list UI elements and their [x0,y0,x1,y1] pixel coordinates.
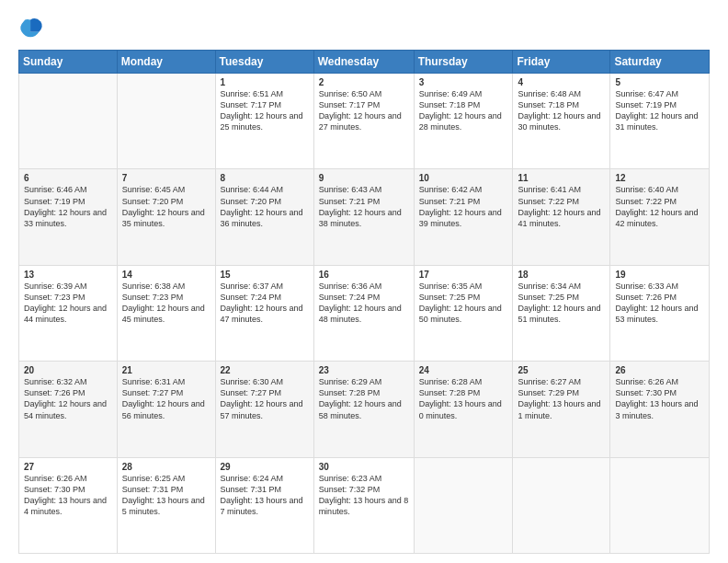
calendar-cell: 3Sunrise: 6:49 AMSunset: 7:18 PMDaylight… [414,74,513,169]
calendar-cell: 7Sunrise: 6:45 AMSunset: 7:20 PMDaylight… [117,169,215,265]
day-info: Sunrise: 6:24 AMSunset: 7:31 PMDaylight:… [221,473,309,518]
calendar-cell: 26Sunrise: 6:26 AMSunset: 7:30 PMDayligh… [610,362,710,457]
day-info: Sunrise: 6:45 AMSunset: 7:20 PMDaylight:… [122,184,210,229]
day-number: 22 [221,365,309,375]
day-number: 10 [419,173,508,183]
day-number: 26 [615,365,704,375]
day-number: 13 [24,270,112,280]
header [18,15,710,40]
calendar-cell: 8Sunrise: 6:44 AMSunset: 7:20 PMDaylight… [215,169,313,265]
calendar-week-4: 20Sunrise: 6:32 AMSunset: 7:26 PMDayligh… [19,362,710,457]
day-number: 2 [319,77,409,87]
weekday-header-monday: Monday [117,51,215,74]
day-number: 11 [518,173,605,183]
calendar-cell: 25Sunrise: 6:27 AMSunset: 7:29 PMDayligh… [513,362,610,457]
day-info: Sunrise: 6:26 AMSunset: 7:30 PMDaylight:… [24,473,112,518]
day-info: Sunrise: 6:28 AMSunset: 7:28 PMDaylight:… [419,376,508,421]
calendar-cell: 17Sunrise: 6:35 AMSunset: 7:25 PMDayligh… [414,265,513,361]
calendar-cell: 16Sunrise: 6:36 AMSunset: 7:24 PMDayligh… [313,265,414,361]
day-number: 27 [24,462,112,472]
weekday-header-saturday: Saturday [610,51,710,74]
page: SundayMondayTuesdayWednesdayThursdayFrid… [0,0,728,563]
calendar-week-1: 1Sunrise: 6:51 AMSunset: 7:17 PMDaylight… [19,74,710,169]
calendar-cell: 30Sunrise: 6:23 AMSunset: 7:32 PMDayligh… [313,457,414,553]
day-info: Sunrise: 6:34 AMSunset: 7:25 PMDaylight:… [518,281,605,326]
calendar-cell: 13Sunrise: 6:39 AMSunset: 7:23 PMDayligh… [19,265,118,361]
day-number: 3 [419,77,508,87]
calendar-week-2: 6Sunrise: 6:46 AMSunset: 7:19 PMDaylight… [19,169,710,265]
calendar-cell: 20Sunrise: 6:32 AMSunset: 7:26 PMDayligh… [19,362,118,457]
calendar-cell: 4Sunrise: 6:48 AMSunset: 7:18 PMDaylight… [513,74,610,169]
day-info: Sunrise: 6:29 AMSunset: 7:28 PMDaylight:… [319,376,409,421]
calendar-week-5: 27Sunrise: 6:26 AMSunset: 7:30 PMDayligh… [19,457,710,553]
day-number: 4 [518,77,605,87]
day-info: Sunrise: 6:49 AMSunset: 7:18 PMDaylight:… [419,88,508,133]
calendar-cell: 2Sunrise: 6:50 AMSunset: 7:17 PMDaylight… [313,74,414,169]
day-number: 12 [615,173,704,183]
calendar-cell: 24Sunrise: 6:28 AMSunset: 7:28 PMDayligh… [414,362,513,457]
day-info: Sunrise: 6:30 AMSunset: 7:27 PMDaylight:… [221,376,309,421]
day-info: Sunrise: 6:31 AMSunset: 7:27 PMDaylight:… [122,376,210,421]
day-number: 19 [615,270,704,280]
day-info: Sunrise: 6:39 AMSunset: 7:23 PMDaylight:… [24,281,112,326]
calendar-cell: 10Sunrise: 6:42 AMSunset: 7:21 PMDayligh… [414,169,513,265]
day-number: 6 [24,173,112,183]
calendar-cell: 28Sunrise: 6:25 AMSunset: 7:31 PMDayligh… [117,457,215,553]
calendar-cell: 1Sunrise: 6:51 AMSunset: 7:17 PMDaylight… [215,74,313,169]
calendar-cell: 22Sunrise: 6:30 AMSunset: 7:27 PMDayligh… [215,362,313,457]
day-number: 15 [221,270,309,280]
day-number: 9 [319,173,409,183]
day-number: 28 [122,462,210,472]
calendar-table: SundayMondayTuesdayWednesdayThursdayFrid… [18,50,710,554]
day-info: Sunrise: 6:38 AMSunset: 7:23 PMDaylight:… [122,281,210,326]
day-number: 20 [24,365,112,375]
day-number: 17 [419,270,508,280]
day-info: Sunrise: 6:37 AMSunset: 7:24 PMDaylight:… [221,281,309,326]
day-number: 25 [518,365,605,375]
weekday-header-friday: Friday [513,51,610,74]
calendar-cell: 21Sunrise: 6:31 AMSunset: 7:27 PMDayligh… [117,362,215,457]
day-info: Sunrise: 6:27 AMSunset: 7:29 PMDaylight:… [518,376,605,421]
day-info: Sunrise: 6:43 AMSunset: 7:21 PMDaylight:… [319,184,409,229]
day-info: Sunrise: 6:35 AMSunset: 7:25 PMDaylight:… [419,281,508,326]
day-number: 8 [221,173,309,183]
day-number: 30 [319,462,409,472]
calendar-week-3: 13Sunrise: 6:39 AMSunset: 7:23 PMDayligh… [19,265,710,361]
calendar-cell [414,457,513,553]
day-number: 21 [122,365,210,375]
calendar-cell: 5Sunrise: 6:47 AMSunset: 7:19 PMDaylight… [610,74,710,169]
day-info: Sunrise: 6:42 AMSunset: 7:21 PMDaylight:… [419,184,508,229]
calendar-cell: 6Sunrise: 6:46 AMSunset: 7:19 PMDaylight… [19,169,118,265]
logo-icon [18,15,44,40]
day-number: 24 [419,365,508,375]
day-number: 23 [319,365,409,375]
day-info: Sunrise: 6:23 AMSunset: 7:32 PMDaylight:… [319,473,409,518]
calendar-cell: 12Sunrise: 6:40 AMSunset: 7:22 PMDayligh… [610,169,710,265]
calendar-cell: 15Sunrise: 6:37 AMSunset: 7:24 PMDayligh… [215,265,313,361]
day-info: Sunrise: 6:44 AMSunset: 7:20 PMDaylight:… [221,184,309,229]
day-info: Sunrise: 6:25 AMSunset: 7:31 PMDaylight:… [122,473,210,518]
weekday-header-wednesday: Wednesday [313,51,414,74]
day-info: Sunrise: 6:41 AMSunset: 7:22 PMDaylight:… [518,184,605,229]
day-number: 14 [122,270,210,280]
day-info: Sunrise: 6:33 AMSunset: 7:26 PMDaylight:… [615,281,704,326]
day-info: Sunrise: 6:36 AMSunset: 7:24 PMDaylight:… [319,281,409,326]
day-info: Sunrise: 6:51 AMSunset: 7:17 PMDaylight:… [221,88,309,133]
calendar-cell: 18Sunrise: 6:34 AMSunset: 7:25 PMDayligh… [513,265,610,361]
calendar-cell [513,457,610,553]
calendar-cell: 29Sunrise: 6:24 AMSunset: 7:31 PMDayligh… [215,457,313,553]
calendar-cell [610,457,710,553]
calendar-cell [117,74,215,169]
logo [18,15,48,40]
day-number: 7 [122,173,210,183]
calendar-cell: 11Sunrise: 6:41 AMSunset: 7:22 PMDayligh… [513,169,610,265]
weekday-header-tuesday: Tuesday [215,51,313,74]
day-number: 16 [319,270,409,280]
weekday-header-thursday: Thursday [414,51,513,74]
calendar-header-row: SundayMondayTuesdayWednesdayThursdayFrid… [19,51,710,74]
day-number: 5 [615,77,704,87]
calendar-cell: 14Sunrise: 6:38 AMSunset: 7:23 PMDayligh… [117,265,215,361]
calendar-cell: 9Sunrise: 6:43 AMSunset: 7:21 PMDaylight… [313,169,414,265]
day-info: Sunrise: 6:46 AMSunset: 7:19 PMDaylight:… [24,184,112,229]
calendar-cell: 23Sunrise: 6:29 AMSunset: 7:28 PMDayligh… [313,362,414,457]
